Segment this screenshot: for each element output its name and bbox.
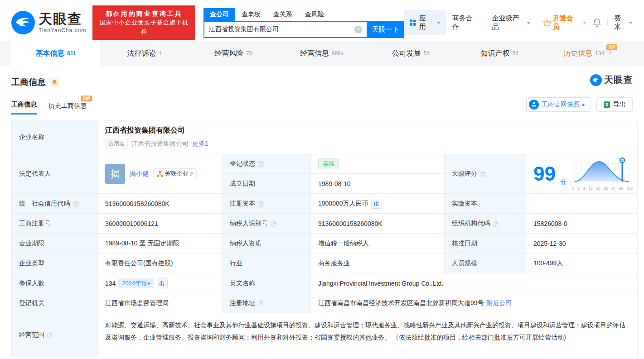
annual-report-badge[interactable]: 2024年报: [118, 278, 154, 288]
tab-count: 1: [159, 50, 162, 57]
tab-count: 54: [424, 50, 430, 57]
insured-count-label: 参保人数: [12, 273, 98, 293]
staff-size-value: 100-499人: [526, 254, 638, 273]
chevron-down-icon: [583, 22, 586, 24]
org-code-value: 15826008-0: [526, 214, 638, 234]
tab-intellectual-property[interactable]: 知识产权 54: [455, 41, 544, 66]
snapshot-label: 工商官网快照: [542, 101, 580, 109]
label-text: 注册资本: [230, 200, 255, 208]
company-type-label: 企业类型: [12, 254, 98, 273]
insured-count-value: 134: [105, 280, 116, 287]
excel-icon: [603, 101, 610, 108]
official-snapshot-button[interactable]: 工商官网快照 ▸: [526, 97, 591, 112]
tab-count: 611: [67, 50, 76, 57]
clear-search-icon[interactable]: ×: [354, 26, 362, 34]
tab-count: 999+: [332, 50, 344, 57]
brand-domain: TianYanCha.com: [39, 27, 86, 34]
tab-label: 知识产权: [481, 49, 510, 58]
reg-address-cell: 江西省南昌市南昌经济技术开发区南昌北郊新祺周大道99号 附近公司: [311, 293, 638, 313]
business-info-section: 工商信息 天眼查 工商信息 VIP 历史工商信息: [0, 66, 644, 115]
legal-rep-label: 法定代表人: [12, 154, 98, 194]
label-text: 组织机构代码: [452, 220, 490, 228]
nav-enterprise-label: 企业级产品: [492, 14, 525, 31]
promo-banner: 都在用的商业查询工具 国家中小企业发展子基金旗下机构: [92, 5, 195, 40]
reg-status-label: 登记状态: [223, 154, 311, 174]
crown-icon: [543, 19, 551, 26]
section-title: 工商信息: [11, 77, 46, 88]
search-input-box: ×: [203, 21, 367, 38]
help-icon[interactable]: [607, 50, 613, 57]
divider: [485, 19, 485, 26]
nav-user[interactable]: 费米: [614, 14, 633, 31]
label-text: 经营范围: [19, 331, 44, 339]
search-input[interactable]: [209, 26, 355, 33]
help-icon[interactable]: [271, 220, 277, 227]
help-icon[interactable]: [258, 201, 264, 207]
apps-menu[interactable]: 应用: [404, 10, 445, 35]
approve-date-value: 2025-12-30: [526, 234, 638, 254]
help-icon[interactable]: [493, 220, 499, 227]
stamp-icon: [529, 100, 539, 110]
export-label: 导出: [613, 101, 626, 109]
nav-enterprise[interactable]: 企业级产品: [492, 14, 530, 31]
help-icon[interactable]: [258, 161, 264, 167]
legal-rep-avatar[interactable]: 揭: [105, 164, 125, 184]
search-button[interactable]: 天眼一下: [367, 21, 404, 38]
watermark-text: 天眼查: [604, 74, 633, 86]
staff-size-label: 人员规模: [445, 254, 526, 273]
reg-capital-value: 1000000万人民币: [318, 200, 368, 208]
nav-user-label: 费米: [614, 14, 627, 31]
tab-basic-info[interactable]: 基本信息 611: [11, 41, 100, 66]
reg-number-value: 360000010006121: [98, 214, 223, 234]
nearby-companies-link[interactable]: 附近公司: [487, 299, 512, 307]
search-tab-risk[interactable]: 查风险: [299, 8, 330, 21]
score-unit: 分: [560, 178, 567, 186]
brand-name: 天眼查: [39, 12, 86, 26]
related-companies-badge[interactable]: 关联企业 2: [153, 168, 197, 179]
industry-label: 行业: [223, 254, 311, 273]
reg-number-label: 工商注册号: [12, 214, 98, 234]
subscribe-bell-icon[interactable]: [49, 77, 59, 87]
help-icon[interactable]: [47, 332, 53, 338]
more-former-names-link[interactable]: 更多1: [192, 140, 208, 148]
tab-legal-proceedings[interactable]: 法律诉讼 1: [100, 41, 189, 66]
label-text: 天眼评分: [452, 170, 477, 178]
subtab-business-info[interactable]: 工商信息: [11, 101, 37, 115]
insured-trend-icon[interactable]: [157, 278, 168, 288]
promo-line2: 国家中小企业发展子基金旗下机构: [97, 18, 191, 36]
help-icon[interactable]: [73, 201, 79, 207]
search-tab-company[interactable]: 查公司: [203, 8, 235, 21]
legal-rep-name-link[interactable]: 揭小健: [130, 170, 149, 178]
tab-operating-info[interactable]: 经营信息 999+: [278, 41, 367, 66]
subtab-history-business-info[interactable]: VIP 历史工商信息: [48, 102, 87, 115]
capital-trend-icon[interactable]: [371, 199, 382, 209]
business-scope-cell: 对能源、交通运输、高新技术、社会事业及其他行业基础设施项目的投资、建设和运营管理…: [98, 313, 638, 357]
search-tabs: 查公司 查老板 查关系 查风险: [203, 7, 404, 21]
insured-count-cell: 134 2024年报: [98, 273, 223, 293]
help-icon[interactable]: [258, 300, 264, 306]
nav-open-member[interactable]: 开通会员: [543, 14, 586, 31]
divider: [607, 19, 608, 26]
taxpayer-quality-value: 增值税一般纳税人: [311, 234, 445, 254]
taxpayer-quality-label: 纳税人资质: [223, 234, 311, 254]
search-tab-relation[interactable]: 查关系: [267, 8, 299, 21]
tab-company-development[interactable]: 公司发展 54: [366, 41, 455, 66]
tab-count: 78: [246, 50, 252, 57]
tianyancha-logo-icon: [11, 11, 35, 34]
business-scope-text: 对能源、交通运输、高新技术、社会事业及其他行业基础设施项目的投资、建设和运营管理…: [105, 319, 630, 344]
export-button[interactable]: 导出: [596, 97, 633, 112]
score-cell: 99 分 0131550859799100: [526, 154, 638, 194]
watermark-logo: 天眼查: [590, 74, 633, 86]
tab-operating-risk[interactable]: 经营风险 78: [189, 41, 278, 66]
tab-history-info[interactable]: VIP 历史信息 134: [544, 41, 633, 66]
nav-cooperation[interactable]: 商务合作: [452, 14, 479, 31]
score-distribution-chart[interactable]: 0131550859799100: [571, 157, 634, 191]
tianyancha-logo[interactable]: 天眼查 TianYanCha.com: [11, 11, 86, 34]
notification-bell-icon[interactable]: [593, 18, 601, 27]
arrow-right-icon: ▸: [582, 101, 585, 108]
search-tab-boss[interactable]: 查老板: [235, 8, 267, 21]
label-text: 统一社会信用代码: [19, 200, 70, 208]
tab-label: 经营信息: [300, 49, 329, 58]
english-name-label: 英文名称: [223, 273, 311, 293]
help-icon[interactable]: [480, 171, 486, 177]
